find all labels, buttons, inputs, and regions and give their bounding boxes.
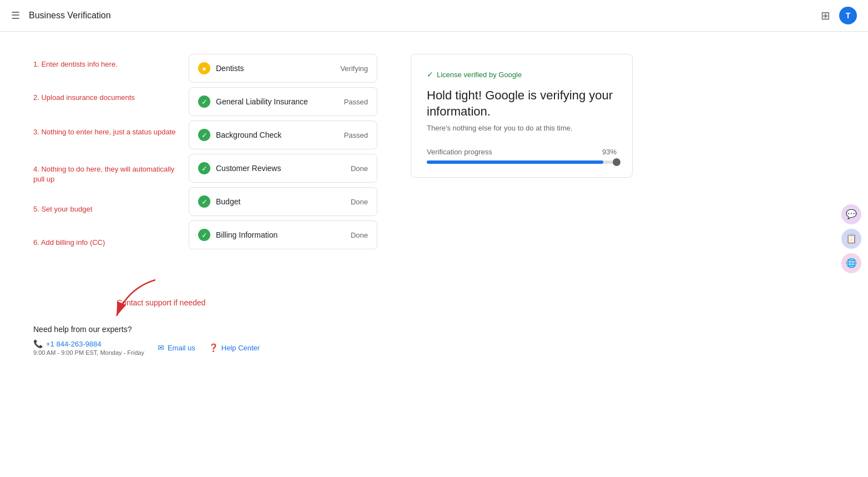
phone-link[interactable]: 📞 +1 844-263-9884 bbox=[33, 339, 144, 348]
checklist-item-general-liability[interactable]: ✓ General Liability Insurance Passed bbox=[189, 87, 377, 116]
verification-card: ✓ License verified by Google Hold tight!… bbox=[411, 54, 633, 178]
status-icon-general-liability: ✓ bbox=[198, 96, 210, 108]
help-title: Need help from our experts? bbox=[33, 325, 377, 334]
phone-hours: 9:00 AM - 9:00 PM EST, Monday - Friday bbox=[33, 349, 144, 356]
step-1-label: 1. Enter dentists info here. bbox=[33, 59, 183, 69]
checklist-status-budget: Done bbox=[351, 198, 368, 206]
step-5-label: 5. Set your budget bbox=[33, 204, 183, 214]
checklist-column: ● Dentists Verifying ✓ General Liability… bbox=[189, 54, 377, 254]
status-icon-dentists: ● bbox=[198, 62, 210, 74]
verified-check-icon: ✓ bbox=[427, 70, 433, 79]
progress-header: Verification progress 93% bbox=[427, 148, 617, 156]
checklist-item-background-check[interactable]: ✓ Background Check Passed bbox=[189, 120, 377, 149]
card-title: Hold tight! Google is verifying your inf… bbox=[427, 88, 617, 119]
steps-checklist-container: 1. Enter dentists info here. 2. Upload i… bbox=[33, 54, 377, 254]
checklist-status-general-liability: Passed bbox=[344, 98, 368, 106]
email-link[interactable]: ✉ Email us bbox=[158, 343, 195, 352]
progress-percent: 93% bbox=[602, 148, 617, 156]
checklist-item-left: ✓ Customer Reviews bbox=[198, 162, 281, 174]
step-2-label: 2. Upload insurance documents bbox=[33, 93, 183, 103]
arrow-annotation bbox=[105, 277, 172, 322]
checklist-item-customer-reviews[interactable]: ✓ Customer Reviews Done bbox=[189, 154, 377, 183]
checklist-status-background-check: Passed bbox=[344, 131, 368, 139]
status-icon-billing-info: ✓ bbox=[198, 229, 210, 241]
verified-text: License verified by Google bbox=[437, 71, 522, 79]
checklist-label-customer-reviews: Customer Reviews bbox=[216, 164, 281, 173]
checklist-label-billing-info: Billing Information bbox=[216, 230, 277, 239]
help-center-link[interactable]: ❓ Help Center bbox=[209, 343, 260, 352]
grid-icon[interactable]: ⊞ bbox=[821, 9, 830, 22]
status-icon-customer-reviews: ✓ bbox=[198, 162, 210, 174]
floating-icon-2[interactable]: 📋 bbox=[841, 229, 861, 249]
checklist-item-left: ✓ General Liability Insurance bbox=[198, 96, 308, 108]
step-3-label: 3. Nothing to enter here, just a status … bbox=[33, 127, 183, 137]
progress-section: Verification progress 93% bbox=[427, 148, 617, 164]
step-4-label: 4. Nothing to do here, they will automat… bbox=[33, 164, 183, 184]
help-section: Need help from our experts? 📞 +1 844-263… bbox=[33, 316, 377, 356]
phone-number: +1 844-263-9884 bbox=[46, 340, 101, 348]
help-links: 📞 +1 844-263-9884 9:00 AM - 9:00 PM EST,… bbox=[33, 339, 377, 356]
checklist-item-left: ✓ Background Check bbox=[198, 129, 281, 141]
checklist-label-budget: Budget bbox=[216, 197, 240, 206]
footer-arrow-section: Need help from our experts? 📞 +1 844-263… bbox=[33, 316, 377, 356]
checklist-item-left: ● Dentists bbox=[198, 62, 244, 74]
header-left: ☰ Business Verification bbox=[11, 9, 111, 22]
phone-icon: 📞 bbox=[33, 339, 43, 348]
progress-bar-background bbox=[427, 160, 617, 164]
hamburger-icon[interactable]: ☰ bbox=[11, 9, 20, 22]
floating-right-icons: 💬 📋 🌐 bbox=[841, 204, 861, 273]
checklist-status-billing-info: Done bbox=[351, 231, 368, 239]
checklist-status-customer-reviews: Done bbox=[351, 164, 368, 173]
email-icon: ✉ bbox=[158, 343, 164, 352]
floating-icon-3[interactable]: 🌐 bbox=[841, 253, 861, 273]
footer-area: Contact support if needed Need help from… bbox=[33, 298, 377, 356]
checklist-label-dentists: Dentists bbox=[216, 64, 244, 73]
right-panel: ✓ License verified by Google Hold tight!… bbox=[411, 54, 633, 356]
email-label: Email us bbox=[168, 344, 195, 352]
help-icon: ❓ bbox=[209, 343, 218, 352]
status-icon-budget: ✓ bbox=[198, 195, 210, 208]
floating-icon-1[interactable]: 💬 bbox=[841, 204, 861, 224]
left-panel: 1. Enter dentists info here. 2. Upload i… bbox=[33, 54, 377, 356]
checklist-item-left: ✓ Billing Information bbox=[198, 229, 277, 241]
main-content: 1. Enter dentists info here. 2. Upload i… bbox=[0, 32, 666, 378]
help-center-label: Help Center bbox=[221, 344, 260, 352]
phone-group: 📞 +1 844-263-9884 9:00 AM - 9:00 PM EST,… bbox=[33, 339, 144, 356]
header-right: ⊞ T bbox=[821, 7, 857, 24]
checklist-item-left: ✓ Budget bbox=[198, 195, 240, 208]
checklist-item-dentists[interactable]: ● Dentists Verifying bbox=[189, 54, 377, 83]
card-subtitle: There's nothing else for you to do at th… bbox=[427, 124, 617, 132]
steps-column: 1. Enter dentists info here. 2. Upload i… bbox=[33, 54, 189, 254]
step-6-label: 6. Add billing info (CC) bbox=[33, 238, 183, 248]
checklist-item-budget[interactable]: ✓ Budget Done bbox=[189, 187, 377, 216]
progress-indicator-dot bbox=[613, 158, 620, 166]
avatar[interactable]: T bbox=[839, 7, 857, 24]
header: ☰ Business Verification ⊞ T bbox=[0, 0, 868, 32]
checklist-item-billing-info[interactable]: ✓ Billing Information Done bbox=[189, 220, 377, 249]
verified-badge: ✓ License verified by Google bbox=[427, 70, 617, 79]
checklist-label-general-liability: General Liability Insurance bbox=[216, 97, 308, 106]
page-title: Business Verification bbox=[29, 11, 111, 21]
checklist-status-dentists: Verifying bbox=[340, 64, 368, 73]
progress-bar-fill bbox=[427, 160, 603, 164]
checklist-label-background-check: Background Check bbox=[216, 130, 281, 139]
status-icon-background-check: ✓ bbox=[198, 129, 210, 141]
progress-label: Verification progress bbox=[427, 148, 492, 156]
